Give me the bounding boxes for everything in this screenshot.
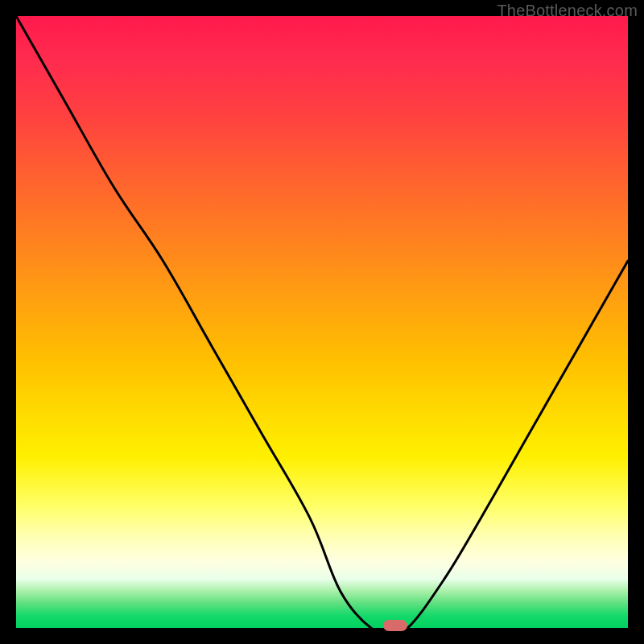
plot-area <box>16 16 628 628</box>
watermark-text: TheBottleneck.com <box>497 2 638 20</box>
bottleneck-curve <box>16 16 628 628</box>
optimal-marker <box>383 620 407 631</box>
chart-frame: TheBottleneck.com <box>0 0 644 644</box>
